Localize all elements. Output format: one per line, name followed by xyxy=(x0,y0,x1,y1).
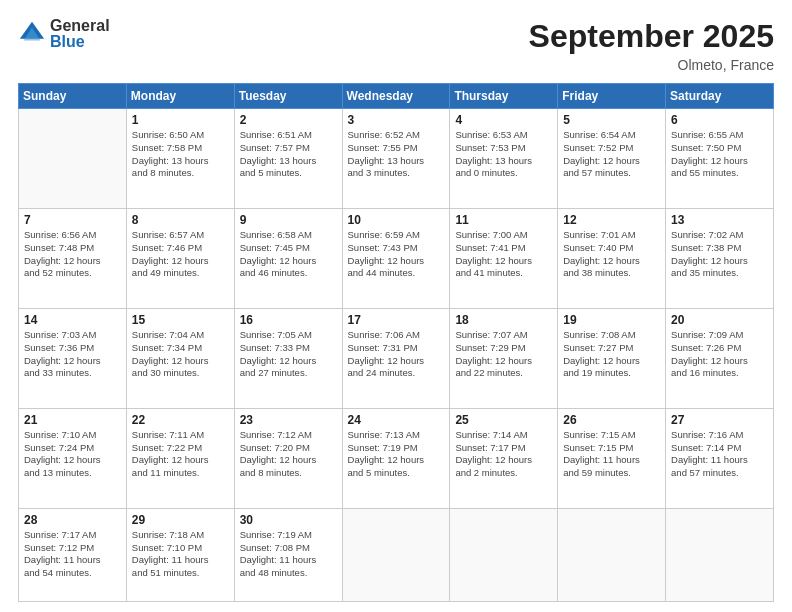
day-number: 2 xyxy=(240,113,337,127)
day-number: 20 xyxy=(671,313,768,327)
table-row: 26Sunrise: 7:15 AM Sunset: 7:15 PM Dayli… xyxy=(558,408,666,508)
logo: General Blue xyxy=(18,18,110,50)
day-info: Sunrise: 6:52 AM Sunset: 7:55 PM Dayligh… xyxy=(348,129,445,180)
table-row: 17Sunrise: 7:06 AM Sunset: 7:31 PM Dayli… xyxy=(342,308,450,408)
day-number: 11 xyxy=(455,213,552,227)
header-sunday: Sunday xyxy=(19,84,127,109)
header-tuesday: Tuesday xyxy=(234,84,342,109)
table-row xyxy=(666,508,774,601)
logo-icon xyxy=(18,20,46,48)
table-row: 2Sunrise: 6:51 AM Sunset: 7:57 PM Daylig… xyxy=(234,109,342,209)
day-info: Sunrise: 7:13 AM Sunset: 7:19 PM Dayligh… xyxy=(348,429,445,480)
day-number: 1 xyxy=(132,113,229,127)
calendar-week-row: 21Sunrise: 7:10 AM Sunset: 7:24 PM Dayli… xyxy=(19,408,774,508)
table-row: 9Sunrise: 6:58 AM Sunset: 7:45 PM Daylig… xyxy=(234,208,342,308)
day-number: 5 xyxy=(563,113,660,127)
day-number: 21 xyxy=(24,413,121,427)
logo-blue-text: Blue xyxy=(50,34,110,50)
table-row xyxy=(342,508,450,601)
header-thursday: Thursday xyxy=(450,84,558,109)
table-row: 1Sunrise: 6:50 AM Sunset: 7:58 PM Daylig… xyxy=(126,109,234,209)
table-row: 30Sunrise: 7:19 AM Sunset: 7:08 PM Dayli… xyxy=(234,508,342,601)
table-row xyxy=(19,109,127,209)
day-info: Sunrise: 7:07 AM Sunset: 7:29 PM Dayligh… xyxy=(455,329,552,380)
day-info: Sunrise: 6:54 AM Sunset: 7:52 PM Dayligh… xyxy=(563,129,660,180)
day-number: 8 xyxy=(132,213,229,227)
table-row: 7Sunrise: 6:56 AM Sunset: 7:48 PM Daylig… xyxy=(19,208,127,308)
table-row: 24Sunrise: 7:13 AM Sunset: 7:19 PM Dayli… xyxy=(342,408,450,508)
table-row: 18Sunrise: 7:07 AM Sunset: 7:29 PM Dayli… xyxy=(450,308,558,408)
table-row: 15Sunrise: 7:04 AM Sunset: 7:34 PM Dayli… xyxy=(126,308,234,408)
day-info: Sunrise: 6:56 AM Sunset: 7:48 PM Dayligh… xyxy=(24,229,121,280)
day-info: Sunrise: 7:10 AM Sunset: 7:24 PM Dayligh… xyxy=(24,429,121,480)
table-row: 20Sunrise: 7:09 AM Sunset: 7:26 PM Dayli… xyxy=(666,308,774,408)
logo-text: General Blue xyxy=(50,18,110,50)
day-number: 17 xyxy=(348,313,445,327)
calendar-page: General Blue September 2025 Olmeto, Fran… xyxy=(0,0,792,612)
calendar-week-row: 1Sunrise: 6:50 AM Sunset: 7:58 PM Daylig… xyxy=(19,109,774,209)
title-section: September 2025 Olmeto, France xyxy=(529,18,774,73)
table-row: 3Sunrise: 6:52 AM Sunset: 7:55 PM Daylig… xyxy=(342,109,450,209)
calendar-week-row: 7Sunrise: 6:56 AM Sunset: 7:48 PM Daylig… xyxy=(19,208,774,308)
table-row: 23Sunrise: 7:12 AM Sunset: 7:20 PM Dayli… xyxy=(234,408,342,508)
header-friday: Friday xyxy=(558,84,666,109)
header-monday: Monday xyxy=(126,84,234,109)
day-info: Sunrise: 7:00 AM Sunset: 7:41 PM Dayligh… xyxy=(455,229,552,280)
day-number: 16 xyxy=(240,313,337,327)
day-number: 26 xyxy=(563,413,660,427)
day-info: Sunrise: 7:06 AM Sunset: 7:31 PM Dayligh… xyxy=(348,329,445,380)
day-info: Sunrise: 7:03 AM Sunset: 7:36 PM Dayligh… xyxy=(24,329,121,380)
day-number: 24 xyxy=(348,413,445,427)
day-number: 7 xyxy=(24,213,121,227)
table-row: 4Sunrise: 6:53 AM Sunset: 7:53 PM Daylig… xyxy=(450,109,558,209)
day-info: Sunrise: 6:55 AM Sunset: 7:50 PM Dayligh… xyxy=(671,129,768,180)
day-number: 9 xyxy=(240,213,337,227)
day-info: Sunrise: 6:51 AM Sunset: 7:57 PM Dayligh… xyxy=(240,129,337,180)
table-row: 10Sunrise: 6:59 AM Sunset: 7:43 PM Dayli… xyxy=(342,208,450,308)
day-info: Sunrise: 7:05 AM Sunset: 7:33 PM Dayligh… xyxy=(240,329,337,380)
day-info: Sunrise: 6:59 AM Sunset: 7:43 PM Dayligh… xyxy=(348,229,445,280)
day-info: Sunrise: 7:15 AM Sunset: 7:15 PM Dayligh… xyxy=(563,429,660,480)
day-number: 6 xyxy=(671,113,768,127)
table-row: 6Sunrise: 6:55 AM Sunset: 7:50 PM Daylig… xyxy=(666,109,774,209)
header: General Blue September 2025 Olmeto, Fran… xyxy=(18,18,774,73)
day-number: 27 xyxy=(671,413,768,427)
weekday-header-row: Sunday Monday Tuesday Wednesday Thursday… xyxy=(19,84,774,109)
day-number: 12 xyxy=(563,213,660,227)
table-row xyxy=(450,508,558,601)
table-row xyxy=(558,508,666,601)
day-info: Sunrise: 7:19 AM Sunset: 7:08 PM Dayligh… xyxy=(240,529,337,580)
table-row: 29Sunrise: 7:18 AM Sunset: 7:10 PM Dayli… xyxy=(126,508,234,601)
day-info: Sunrise: 7:18 AM Sunset: 7:10 PM Dayligh… xyxy=(132,529,229,580)
day-number: 25 xyxy=(455,413,552,427)
day-info: Sunrise: 7:08 AM Sunset: 7:27 PM Dayligh… xyxy=(563,329,660,380)
day-info: Sunrise: 6:58 AM Sunset: 7:45 PM Dayligh… xyxy=(240,229,337,280)
day-number: 29 xyxy=(132,513,229,527)
day-number: 3 xyxy=(348,113,445,127)
day-info: Sunrise: 7:02 AM Sunset: 7:38 PM Dayligh… xyxy=(671,229,768,280)
day-number: 14 xyxy=(24,313,121,327)
table-row: 27Sunrise: 7:16 AM Sunset: 7:14 PM Dayli… xyxy=(666,408,774,508)
table-row: 21Sunrise: 7:10 AM Sunset: 7:24 PM Dayli… xyxy=(19,408,127,508)
table-row: 5Sunrise: 6:54 AM Sunset: 7:52 PM Daylig… xyxy=(558,109,666,209)
day-number: 13 xyxy=(671,213,768,227)
day-info: Sunrise: 7:09 AM Sunset: 7:26 PM Dayligh… xyxy=(671,329,768,380)
day-number: 30 xyxy=(240,513,337,527)
day-info: Sunrise: 7:17 AM Sunset: 7:12 PM Dayligh… xyxy=(24,529,121,580)
day-number: 22 xyxy=(132,413,229,427)
day-info: Sunrise: 7:01 AM Sunset: 7:40 PM Dayligh… xyxy=(563,229,660,280)
table-row: 13Sunrise: 7:02 AM Sunset: 7:38 PM Dayli… xyxy=(666,208,774,308)
day-info: Sunrise: 7:16 AM Sunset: 7:14 PM Dayligh… xyxy=(671,429,768,480)
table-row: 28Sunrise: 7:17 AM Sunset: 7:12 PM Dayli… xyxy=(19,508,127,601)
header-wednesday: Wednesday xyxy=(342,84,450,109)
logo-general-text: General xyxy=(50,18,110,34)
day-info: Sunrise: 7:04 AM Sunset: 7:34 PM Dayligh… xyxy=(132,329,229,380)
location: Olmeto, France xyxy=(529,57,774,73)
table-row: 19Sunrise: 7:08 AM Sunset: 7:27 PM Dayli… xyxy=(558,308,666,408)
header-saturday: Saturday xyxy=(666,84,774,109)
table-row: 25Sunrise: 7:14 AM Sunset: 7:17 PM Dayli… xyxy=(450,408,558,508)
day-number: 10 xyxy=(348,213,445,227)
table-row: 11Sunrise: 7:00 AM Sunset: 7:41 PM Dayli… xyxy=(450,208,558,308)
day-info: Sunrise: 6:57 AM Sunset: 7:46 PM Dayligh… xyxy=(132,229,229,280)
calendar-week-row: 14Sunrise: 7:03 AM Sunset: 7:36 PM Dayli… xyxy=(19,308,774,408)
